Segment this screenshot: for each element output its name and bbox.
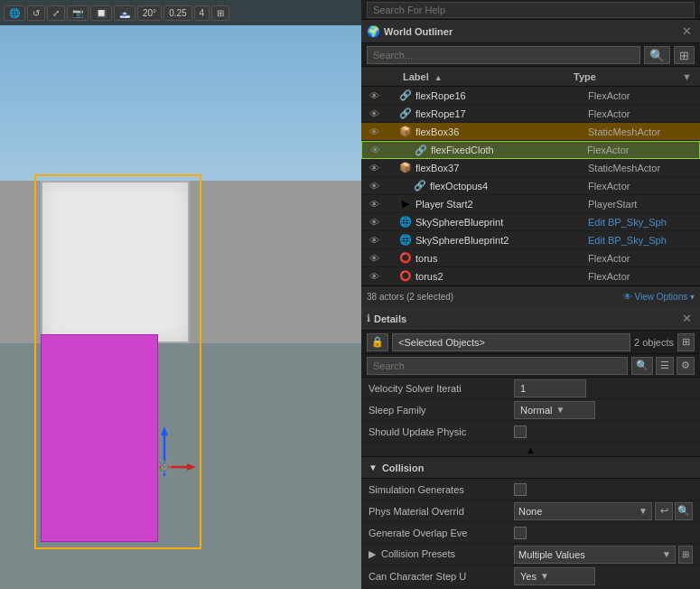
prop-label: Simulation Generates	[369, 484, 509, 495]
grid-view-btn[interactable]: ☰	[656, 357, 674, 375]
eye-icon[interactable]: 👁	[365, 217, 383, 228]
row-type-link[interactable]: Edit BP_Sky_Sph	[588, 235, 696, 246]
row-type: FlexActor	[588, 271, 696, 282]
eye-icon[interactable]: 👁	[365, 163, 383, 173]
phys-material-actions: ↩ 🔍	[655, 502, 693, 520]
details-extra-btn[interactable]: ⊞	[677, 333, 695, 351]
outliner-icon: 🌍	[367, 25, 380, 38]
row-type: StaticMeshActor	[588, 126, 696, 137]
viewport-btn-grid[interactable]: 🔲	[90, 5, 112, 21]
phys-material-search-btn[interactable]: 🔍	[675, 502, 693, 520]
prop-value	[514, 527, 693, 539]
collision-presets-select[interactable]: Multiple Values ▼	[514, 546, 676, 564]
view-options-btn[interactable]: 👁 View Options ▾	[623, 292, 695, 302]
search-icon-btn[interactable]: 🔍	[631, 357, 653, 375]
prop-can-step-up: Can Character Step U Yes ▼	[361, 566, 700, 587]
eye-icon[interactable]: 👁	[365, 253, 383, 264]
collapse-divider[interactable]: ▲	[361, 443, 700, 457]
collision-section-header[interactable]: ▼ Collision	[361, 457, 700, 479]
row-type: FlexActor	[588, 108, 696, 119]
outliner-footer: 38 actors (2 selected) 👁 View Options ▾	[361, 285, 700, 307]
prop-value	[514, 483, 693, 496]
eye-icon[interactable]: 👁	[365, 199, 383, 210]
outliner-row-flexfixedcloth[interactable]: 👁 🔗 flexFixedCloth FlexActor	[361, 141, 700, 159]
row-type-link[interactable]: Edit BP_Sky_Sph	[588, 217, 696, 228]
help-search-input[interactable]	[367, 2, 695, 18]
should-update-checkbox[interactable]	[514, 425, 527, 438]
phys-material-arrow-btn[interactable]: ↩	[655, 502, 673, 520]
actor-icon: 🌐	[397, 216, 414, 228]
collision-presets-arrow[interactable]: ▶	[369, 548, 376, 559]
row-label: flexFixedCloth	[431, 145, 587, 155]
eye-icon[interactable]: 👁	[365, 235, 383, 246]
outliner-row-flexoctopus4[interactable]: 👁 🔗 flexOctopus4 FlexActor	[361, 177, 700, 195]
row-label: SkySphereBlueprint2	[415, 235, 588, 246]
prop-label: Phys Material Overrid	[369, 506, 509, 517]
outliner-search-btn[interactable]: 🔍	[644, 46, 670, 64]
outliner-search-input[interactable]	[367, 46, 640, 64]
phys-material-select[interactable]: None ▼	[514, 502, 652, 520]
collision-section-title: Collision	[382, 463, 424, 473]
actor-icon: 📦	[397, 162, 414, 173]
outliner-close-btn[interactable]: ✕	[679, 24, 695, 38]
row-label: flexRope16	[415, 90, 588, 101]
viewport-btn-extra[interactable]: ⊞	[211, 5, 229, 21]
details-search-row: 🔍 ☰ ⚙	[361, 354, 700, 378]
details-search-input[interactable]	[367, 357, 628, 375]
dropdown-arrow: ▼	[662, 549, 671, 559]
outliner-list: 👁 🔗 flexRope16 FlexActor 👁 🔗 flexRope17 …	[361, 87, 700, 285]
outliner-row-flexrope17[interactable]: 👁 🔗 flexRope17 FlexActor	[361, 105, 700, 123]
top-search-bar	[361, 0, 700, 20]
row-label: flexOctopus4	[430, 181, 588, 192]
prop-label: Should Update Physic	[369, 426, 509, 437]
dropdown-arrow: ▼	[555, 405, 565, 415]
viewport-btn-num[interactable]: 4	[194, 5, 210, 21]
velocity-solver-input[interactable]	[514, 379, 586, 397]
eye-icon[interactable]: 👁	[365, 271, 383, 282]
generate-overlap-checkbox[interactable]	[514, 527, 527, 539]
svg-marker-3	[187, 463, 196, 471]
prop-label: Generate Overlap Eve	[369, 528, 509, 538]
outliner-row-playerstart2[interactable]: 👁 ▶ Player Start2 PlayerStart	[361, 195, 700, 213]
collision-presets-expand-btn[interactable]: ⊞	[678, 546, 693, 564]
viewport-btn-scale[interactable]: ⤢	[47, 5, 65, 21]
viewport-btn-snap[interactable]: 0.25	[163, 5, 191, 21]
outliner-options-btn[interactable]: ⊞	[674, 46, 695, 64]
viewport-btn-globe[interactable]: 🌐	[4, 5, 25, 21]
col-filter-btn[interactable]: ▼	[682, 71, 696, 82]
dropdown-arrow: ▼	[540, 571, 549, 581]
viewport[interactable]: 🌐 ↺ ⤢ 📷 🔲 🗻 20° 0.25 4 ⊞	[0, 0, 361, 589]
eye-icon[interactable]: 👁	[365, 181, 383, 192]
viewport-btn-rotate[interactable]: ↺	[27, 5, 45, 21]
viewport-btn-terrain[interactable]: 🗻	[114, 5, 135, 21]
outliner-row-skysphere1[interactable]: 👁 🌐 SkySphereBlueprint Edit BP_Sky_Sph	[361, 213, 700, 231]
outliner-row-flexbox37[interactable]: 👁 📦 flexBox37 StaticMeshActor	[361, 159, 700, 177]
row-type: PlayerStart	[588, 199, 696, 210]
prop-value	[514, 379, 693, 397]
settings-btn[interactable]: ⚙	[677, 357, 695, 375]
outliner-row-skysphere2[interactable]: 👁 🌐 SkySphereBlueprint2 Edit BP_Sky_Sph	[361, 231, 700, 249]
outliner-row-flexbox36[interactable]: 👁 📦 flexBox36 StaticMeshActor	[361, 123, 700, 141]
outliner-row-flexrope16[interactable]: 👁 🔗 flexRope16 FlexActor	[361, 87, 700, 105]
sleep-family-select[interactable]: Normal ▼	[514, 401, 595, 419]
eye-icon[interactable]: 👁	[365, 90, 383, 101]
simulation-generates-checkbox[interactable]	[514, 483, 527, 496]
viewport-btn-angle[interactable]: 20°	[137, 5, 162, 21]
outliner-row-torus[interactable]: 👁 ⭕ torus FlexActor	[361, 249, 700, 267]
viewport-btn-cam[interactable]: 📷	[67, 5, 89, 21]
eye-icon[interactable]: 👁	[366, 145, 384, 155]
row-label: flexBox37	[415, 163, 588, 173]
details-close-btn[interactable]: ✕	[679, 312, 695, 325]
row-label: SkySphereBlueprint	[415, 217, 588, 228]
sleep-family-value: Normal	[520, 405, 552, 416]
outliner-row-torus2[interactable]: 👁 ⭕ torus2 FlexActor	[361, 267, 700, 285]
details-lock-btn[interactable]: 🔒	[367, 333, 388, 351]
eye-icon[interactable]: 👁	[365, 126, 383, 137]
actor-icon: 🔗	[397, 108, 414, 119]
viewport-toolbar: 🌐 ↺ ⤢ 📷 🔲 🗻 20° 0.25 4 ⊞	[0, 0, 361, 25]
eye-icon[interactable]: 👁	[365, 108, 383, 119]
can-step-up-select[interactable]: Yes ▼	[514, 567, 595, 585]
svg-marker-1	[161, 426, 168, 435]
actor-icon: 📦	[397, 126, 414, 137]
cloth-mesh	[41, 181, 190, 343]
